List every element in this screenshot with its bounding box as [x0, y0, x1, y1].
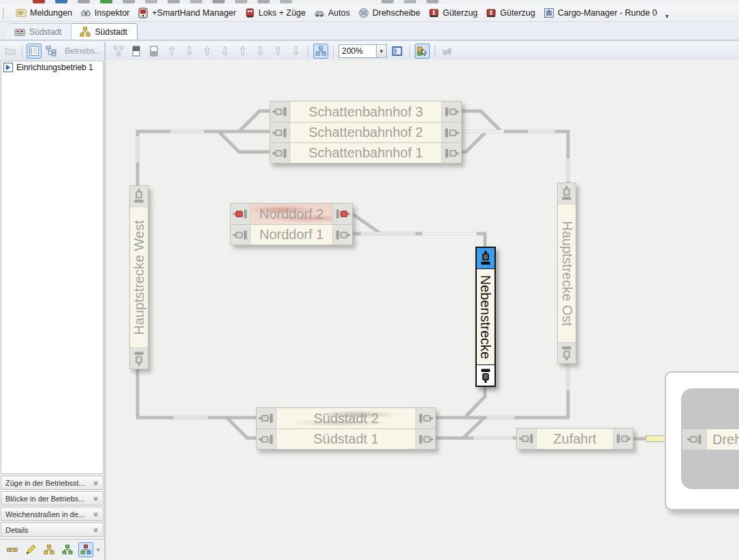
zoom-input[interactable] [339, 44, 377, 58]
section-label: Details [5, 526, 29, 534]
autos-button[interactable]: Autos [310, 6, 354, 20]
network-button[interactable] [111, 44, 126, 59]
block-zufahrt[interactable]: Zufahrt [516, 428, 633, 450]
cargo-manager-button[interactable]: Cargo-Manager - Runde 0 [539, 6, 661, 20]
list-item-label: Einrichtungsbetrieb 1 [16, 63, 93, 72]
train-tool-button[interactable] [440, 44, 455, 59]
list-view-button[interactable] [27, 44, 42, 59]
block-hauptstrecke-west[interactable]: Hauptstrecke West [129, 185, 148, 369]
move-up-icon[interactable]: ⇧ [164, 46, 179, 57]
block-label: Norddorf 2 [260, 206, 324, 222]
block-label: Hauptstrecke Ost [559, 221, 575, 326]
block-norddorf-1[interactable]: Norddorf 1 [231, 224, 352, 245]
track-element-button[interactable] [5, 542, 20, 557]
block-exit-cap [442, 123, 461, 142]
tab-suedstadt-dispatcher[interactable]: Südstadt [69, 23, 137, 40]
tab-label: Südstadt [29, 27, 61, 37]
gueterzug-button-1[interactable]: Güterzug [424, 6, 482, 20]
block-entry-cap [682, 429, 707, 450]
block-exit-cap-occupied [333, 204, 352, 224]
loks-zuege-label: Loks + Züge [259, 8, 306, 18]
move-down-icon[interactable]: ⇩ [182, 46, 197, 57]
cargo-manager-icon [544, 7, 554, 18]
stop-marker-icon [443, 106, 460, 117]
stop-marker-icon [232, 208, 249, 219]
block-suedstadt-1[interactable]: Südstadt 1 [257, 429, 435, 449]
block-schattenbahnhof-1[interactable]: Schattenbahnhof 1 [270, 142, 461, 163]
tab-label: Südstadt [95, 27, 127, 37]
hierarchy-mixed-button[interactable] [78, 542, 93, 557]
stop-marker-icon [418, 434, 434, 445]
toolbar-overflow-icon[interactable]: ▾ [97, 546, 100, 553]
move-up-icon[interactable]: ⇧ [270, 46, 285, 57]
inspektor-label: Inspektor [95, 8, 129, 18]
gueterzug-icon [428, 7, 439, 18]
smarthand-manager-button[interactable]: +SmartHand Manager [133, 6, 240, 20]
block-exit-cap [558, 343, 576, 363]
section-bloecke[interactable]: Blöcke in der Betriebs... » [1, 491, 104, 505]
play-item-icon [3, 63, 13, 72]
move-down-icon[interactable]: ⇩ [253, 46, 268, 57]
section-details[interactable]: Details » [1, 523, 104, 537]
loks-zuege-button[interactable]: Loks + Züge [240, 6, 310, 20]
panel-view-button[interactable] [390, 44, 405, 59]
toolbar-grip[interactable] [3, 7, 7, 18]
loks-icon [245, 7, 255, 18]
block-label: Nebenstrecke [478, 275, 494, 358]
separator [22, 45, 22, 57]
gueterzug-label-2: Güterzug [500, 8, 535, 18]
block-suedstadt-2[interactable]: Südstadt 2 [257, 408, 435, 429]
move-down-icon[interactable]: ⇩ [217, 46, 232, 57]
block-schattenbahnhof-3[interactable]: Schattenbahnhof 3 [270, 102, 461, 122]
stop-marker-icon [272, 148, 288, 159]
drehscheibe-button[interactable]: Drehscheibe [354, 6, 424, 20]
inspektor-icon [80, 7, 91, 18]
select-tool-button[interactable] [415, 44, 430, 59]
gueterzug-button-2[interactable]: Güterzug [482, 6, 539, 20]
move-up-icon[interactable]: ⇧ [235, 46, 250, 57]
tab-suedstadt-switchboard[interactable]: Südstadt [4, 23, 72, 40]
block-exit-cap [442, 143, 461, 163]
drehscheibe-icon [358, 7, 369, 18]
main-area: Einrichtungsbetrieb 1 Züge in der Betrie… [0, 60, 739, 560]
clipped-toolbar-icon [426, 0, 439, 3]
sidebar-sections: Züge in der Betriebsst... » Blöcke in de… [0, 476, 104, 537]
clipped-toolbar-icon [190, 0, 202, 3]
block-entry-cap [517, 429, 536, 449]
inspektor-button[interactable]: Inspektor [76, 6, 133, 20]
edit-pencil-button[interactable] [23, 542, 38, 557]
smarthand-label: +SmartHand Manager [152, 8, 236, 18]
stop-marker-icon [232, 230, 249, 240]
block-nebenstrecke-selected[interactable]: Nebenstrecke [475, 247, 496, 387]
block-drehscheibe[interactable]: Drehs [682, 429, 739, 450]
sidebar-bottom-toolbar: ▾ [0, 539, 104, 560]
folder-icon [5, 46, 16, 57]
track-element-icon [7, 544, 18, 555]
block-label: Südstadt 2 [313, 411, 379, 426]
meldungen-label: Meldungen [30, 8, 72, 18]
block-bottom-icon [148, 46, 159, 57]
meldungen-button[interactable]: Meldungen [12, 6, 76, 20]
move-up-icon[interactable]: ⇧ [200, 46, 215, 57]
block-label: Schattenbahnhof 3 [309, 104, 423, 120]
block-top-button[interactable] [129, 44, 144, 59]
hierarchy-yellow-button[interactable] [42, 542, 57, 557]
hierarchy-view-button[interactable] [313, 44, 328, 59]
block-bottom-button[interactable] [146, 44, 161, 59]
switchboard-icon [14, 27, 25, 37]
block-hauptstrecke-ost[interactable]: Hauptstrecke Ost [557, 183, 576, 364]
chevron-down-icon: » [92, 527, 101, 532]
section-zuege[interactable]: Züge in der Betriebsst... » [1, 476, 104, 490]
folder-options-button[interactable] [3, 44, 18, 59]
section-weichenstrassen[interactable]: Weichenstraßen in de... » [1, 507, 104, 521]
block-norddorf-2[interactable]: Norddorf 2 [231, 204, 352, 224]
move-down-icon[interactable]: ⇩ [288, 46, 303, 57]
toolbar-overflow-icon[interactable]: ▾ [665, 12, 669, 21]
block-schattenbahnhof-2[interactable]: Schattenbahnhof 2 [270, 122, 461, 142]
tree-view-button[interactable] [44, 44, 59, 59]
block-entry-cap [270, 123, 289, 142]
stop-marker-icon [615, 433, 631, 444]
list-item-einrichtungsbetrieb[interactable]: Einrichtungsbetrieb 1 [1, 61, 103, 74]
zoom-dropdown-button[interactable]: ▼ [377, 44, 387, 58]
hierarchy-green-button[interactable] [60, 542, 75, 557]
